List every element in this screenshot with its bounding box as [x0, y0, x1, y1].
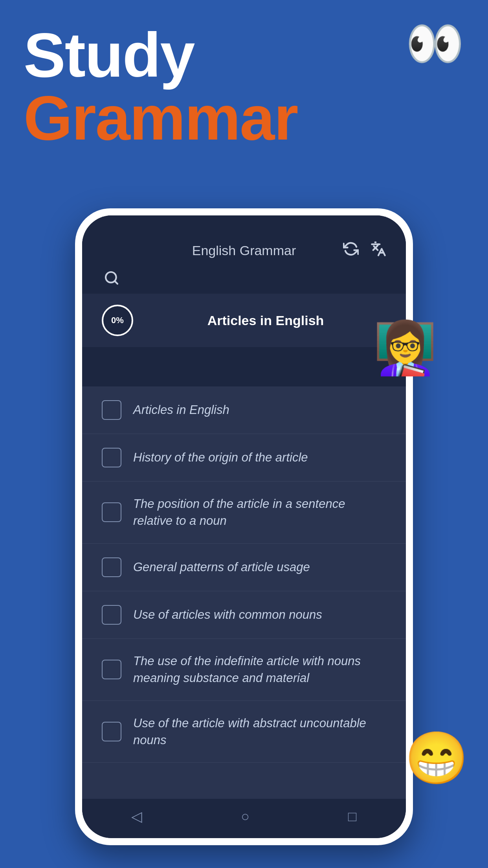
list-item[interactable]: Articles in English — [82, 386, 406, 434]
progress-circle: 0% — [102, 305, 133, 336]
lesson-title: Use of articles with common nouns — [133, 606, 386, 623]
list-item[interactable]: Use of the article with abstract uncount… — [82, 701, 406, 763]
topic-title: Articles in English — [145, 313, 386, 328]
app-header-title: English Grammar — [192, 243, 296, 258]
search-icon[interactable] — [102, 268, 121, 288]
search-row — [102, 268, 386, 288]
lesson-list: Articles in EnglishHistory of the origin… — [82, 386, 406, 799]
status-bar — [82, 215, 406, 235]
lesson-checkbox[interactable] — [102, 722, 121, 741]
phone-screen: English Grammar — [82, 215, 406, 838]
phone-outer: English Grammar — [75, 208, 413, 845]
bottom-nav: ◁ ○ □ — [82, 799, 406, 838]
list-item[interactable]: The use of the indefinite article with n… — [82, 639, 406, 701]
grammar-title: Grammar — [24, 86, 464, 149]
lesson-checkbox[interactable] — [102, 400, 121, 420]
recents-nav-icon[interactable]: □ — [348, 808, 357, 825]
phone-frame: English Grammar — [75, 208, 413, 845]
app-header: English Grammar — [82, 235, 406, 264]
header-icons — [343, 241, 386, 260]
dark-divider — [82, 347, 406, 386]
lesson-title: General patterns of article usage — [133, 559, 386, 576]
smile-emoji: 😁 — [405, 732, 468, 783]
home-nav-icon[interactable]: ○ — [241, 808, 250, 825]
progress-text: 0% — [111, 315, 124, 326]
lesson-checkbox[interactable] — [102, 605, 121, 625]
search-bar — [82, 264, 406, 294]
translate-icon[interactable] — [371, 241, 386, 260]
lesson-title: Use of the article with abstract uncount… — [133, 715, 386, 749]
list-item[interactable]: Use of articles with common nouns — [82, 591, 406, 639]
teacher-emoji: 👩‍🏫 — [373, 322, 437, 373]
refresh-icon[interactable] — [343, 241, 359, 260]
back-nav-icon[interactable]: ◁ — [131, 808, 142, 825]
list-item[interactable]: History of the origin of the article — [82, 434, 406, 482]
lesson-title: History of the origin of the article — [133, 449, 386, 466]
list-item[interactable]: The position of the article in a sentenc… — [82, 482, 406, 544]
hero-section: Study Grammar 👀 — [0, 0, 488, 149]
study-title: Study — [24, 24, 464, 86]
lesson-checkbox[interactable] — [102, 557, 121, 577]
lesson-checkbox[interactable] — [102, 448, 121, 467]
list-item[interactable]: General patterns of article usage — [82, 544, 406, 591]
lesson-checkbox[interactable] — [102, 502, 121, 522]
lesson-title: The use of the indefinite article with n… — [133, 653, 386, 687]
lesson-title: Articles in English — [133, 401, 386, 418]
lesson-title: The position of the article in a sentenc… — [133, 495, 386, 530]
lesson-checkbox[interactable] — [102, 660, 121, 679]
topic-header: 0% Articles in English — [82, 294, 406, 347]
eyes-emoji: 👀 — [405, 20, 464, 67]
svg-line-1 — [115, 281, 117, 284]
